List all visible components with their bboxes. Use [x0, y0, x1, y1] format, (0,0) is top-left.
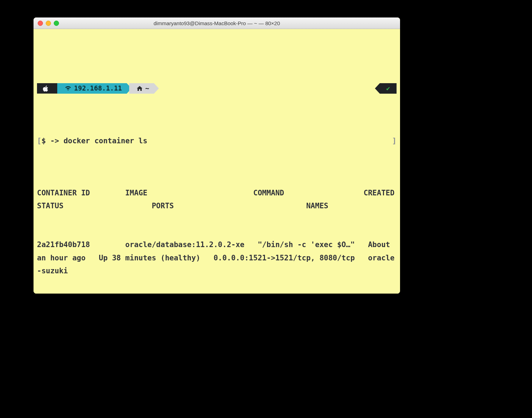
command-text: docker container ls: [64, 137, 147, 145]
command-line-1: [$ -> docker container ls]: [37, 135, 397, 147]
output-row: 2a21fb40b718 oracle/database:11.2.0.2-xe…: [37, 238, 397, 277]
close-button[interactable]: [38, 21, 43, 26]
terminal-window: dimmaryanto93@Dimass-MacBook-Pro — ~ — 8…: [34, 17, 400, 294]
check-icon: ✔: [386, 83, 390, 94]
output-headers: CONTAINER ID IMAGE COMMAND CREATED STATU…: [37, 187, 397, 212]
prompt-host-text: 192.168.1.11: [74, 82, 122, 94]
prompt-segment-path: ~: [129, 83, 154, 94]
prompt-status-ok: ✔: [380, 83, 397, 94]
home-icon: [137, 86, 142, 91]
prompt-row: 192.168.1.11 ~ ✔: [37, 82, 397, 95]
titlebar[interactable]: dimmaryanto93@Dimass-MacBook-Pro — ~ — 8…: [34, 17, 400, 29]
terminal-body[interactable]: 192.168.1.11 ~ ✔ [$ -> docker container …: [34, 29, 400, 294]
prompt-path-text: ~: [145, 82, 149, 94]
wifi-icon: [65, 86, 71, 91]
apple-icon: [43, 85, 49, 92]
maximize-button[interactable]: [54, 21, 59, 26]
prompt-segment-host: 192.168.1.11: [57, 83, 127, 94]
traffic-lights: [38, 21, 59, 26]
bracket-close: ]: [392, 135, 397, 147]
minimize-button[interactable]: [46, 21, 51, 26]
window-title: dimmaryanto93@Dimass-MacBook-Pro — ~ — 8…: [34, 20, 400, 26]
prompt-segment-os: [37, 83, 57, 94]
